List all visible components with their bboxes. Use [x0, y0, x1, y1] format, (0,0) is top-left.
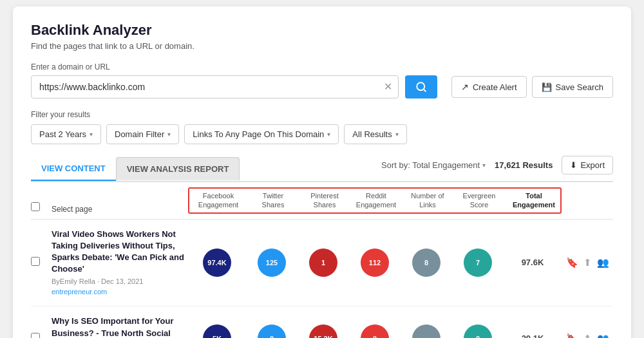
table-row: Viral Video Shows Workers Not Taking Del… [31, 220, 613, 307]
row1-twitter: 125 [246, 249, 298, 277]
col-links: Number of Links [402, 191, 453, 210]
filter-past-years[interactable]: Past 2 Years ▾ [31, 124, 101, 144]
select-all-checkbox[interactable] [31, 202, 40, 211]
row2-title: Why Is SEO Important for Your Business? … [52, 315, 188, 338]
row1-total: 97.6K [504, 258, 562, 267]
row1-share-button[interactable]: ⬆ [583, 257, 592, 268]
row1-twitter-circle: 125 [258, 249, 286, 277]
row1-evergreen-circle: 7 [464, 249, 492, 277]
export-icon: ⬇ [570, 160, 577, 170]
chevron-down-icon: ▾ [90, 131, 93, 138]
sort-by[interactable]: Sort by: Total Engagement ▾ [381, 160, 486, 170]
col-facebook: Facebook Engagement [189, 191, 247, 210]
row2-bookmark-button[interactable]: 🔖 [566, 333, 578, 338]
filter-domain-label: Domain Filter [115, 129, 164, 139]
sort-label: Sort by: Total Engagement [381, 160, 480, 170]
search-row: ✕ ↗ Create Alert 💾 Save Search [31, 75, 613, 99]
chevron-down-icon-2: ▾ [167, 131, 171, 138]
col-twitter: Twitter Shares [247, 191, 299, 210]
row2-pinterest-circle: 15.2K [309, 324, 337, 338]
search-icon [415, 81, 427, 93]
page-title: Backlink Analyzer [31, 22, 613, 39]
row2-share-button[interactable]: ⬆ [583, 333, 592, 338]
row2-article: Why Is SEO Important for Your Business? … [52, 315, 188, 338]
sort-chevron-icon: ▾ [482, 162, 486, 169]
row2-pinterest: 15.2K [298, 324, 349, 338]
export-button[interactable]: ⬇ Export [562, 156, 613, 174]
search-input[interactable] [31, 75, 399, 99]
col-pinterest: Pinterest Shares [299, 191, 350, 210]
col-reddit: Reddit Engagement [350, 191, 402, 210]
row1-meta: ByEmily Rella · Dec 13, 2021 [52, 277, 188, 285]
row2-checkbox-cell [31, 333, 52, 338]
action-buttons: ↗ Create Alert 💾 Save Search [451, 76, 613, 98]
row1-pinterest: 1 [298, 249, 349, 277]
export-label: Export [580, 160, 605, 170]
row2-actions: 🔖 ⬆ 👥 [562, 333, 613, 338]
row1-source[interactable]: entrepreneur.com [52, 288, 107, 296]
results-count: 17,621 Results [495, 160, 553, 170]
tab-view-content[interactable]: VIEW CONTENT [31, 157, 116, 181]
row2-links-circle: - [412, 324, 440, 338]
filter-row: Past 2 Years ▾ Domain Filter ▾ Links To … [31, 124, 613, 144]
row2-links: - [401, 324, 452, 338]
row1-reddit: 112 [349, 249, 401, 277]
row2-twitter-circle: 0 [258, 324, 286, 338]
tab-view-analysis[interactable]: VIEW ANALYSIS REPORT [116, 157, 240, 180]
filter-domain[interactable]: Domain Filter ▾ [106, 124, 179, 144]
filter-results-label: All Results [352, 129, 392, 139]
row2-reddit: 0 [349, 324, 401, 338]
results-meta: Sort by: Total Engagement ▾ 17,621 Resul… [381, 156, 613, 181]
row2-users-button[interactable]: 👥 [597, 333, 609, 338]
row1-checkbox[interactable] [31, 257, 40, 266]
main-card: Backlink Analyzer Find the pages that li… [13, 6, 631, 338]
row1-pinterest-circle: 1 [309, 249, 337, 277]
filter-results[interactable]: All Results ▾ [344, 124, 406, 144]
row1-checkbox-cell [31, 257, 52, 268]
input-label: Enter a domain or URL [31, 62, 613, 71]
row1-reddit-circle: 112 [361, 249, 389, 277]
search-input-wrap: ✕ [31, 75, 399, 99]
metrics-columns-box: Facebook Engagement Twitter Shares Pinte… [188, 187, 562, 214]
row1-facebook-circle: 97.4K [203, 249, 231, 277]
filter-links-label: Links To Any Page On This Domain [193, 129, 324, 139]
clear-button[interactable]: ✕ [384, 82, 392, 92]
row1-users-button[interactable]: 👥 [597, 257, 609, 268]
row2-reddit-circle: 0 [361, 324, 389, 338]
row2-evergreen: 0 [452, 324, 504, 338]
row1-links: 8 [401, 249, 452, 277]
row2-twitter: 0 [246, 324, 298, 338]
page-subtitle: Find the pages that link to a URL or dom… [31, 41, 613, 51]
row1-article: Viral Video Shows Workers Not Taking Del… [52, 229, 188, 297]
save-search-label: Save Search [556, 82, 603, 92]
col-total: Total Engagement [505, 191, 563, 210]
search-button[interactable] [405, 75, 437, 99]
row1-evergreen: 7 [452, 249, 504, 277]
select-page-label: Select page [52, 205, 188, 214]
row2-total: 20.1K [504, 333, 562, 338]
tabs-row: VIEW CONTENT VIEW ANALYSIS REPORT Sort b… [31, 156, 613, 182]
row1-bookmark-button[interactable]: 🔖 [566, 257, 578, 268]
row2-evergreen-circle: 0 [464, 324, 492, 338]
svg-line-1 [423, 89, 425, 91]
row2-checkbox[interactable] [31, 333, 40, 338]
chevron-down-icon-4: ▾ [395, 131, 399, 138]
filter-links[interactable]: Links To Any Page On This Domain ▾ [184, 124, 339, 144]
create-alert-label: Create Alert [473, 82, 517, 92]
col-evergreen: Evergreen Score [453, 191, 505, 210]
save-search-button[interactable]: 💾 Save Search [532, 76, 613, 98]
row2-facebook-circle: 5K [203, 324, 231, 338]
create-alert-button[interactable]: ↗ Create Alert [451, 76, 527, 98]
table-area: Select page Facebook Engagement Twitter … [31, 182, 613, 338]
table-row: Why Is SEO Important for Your Business? … [31, 306, 613, 338]
row1-links-circle: 8 [412, 249, 440, 277]
filter-label: Filter your results [31, 110, 613, 119]
filter-past-years-label: Past 2 Years [39, 129, 86, 139]
select-all-checkbox-cell [31, 202, 52, 214]
row1-facebook: 97.4K [188, 249, 246, 277]
chevron-down-icon-3: ▾ [327, 131, 330, 138]
create-alert-icon: ↗ [461, 82, 469, 92]
row1-actions: 🔖 ⬆ 👥 [562, 257, 613, 268]
row2-facebook: 5K [188, 324, 246, 338]
row1-title: Viral Video Shows Workers Not Taking Del… [52, 229, 188, 276]
